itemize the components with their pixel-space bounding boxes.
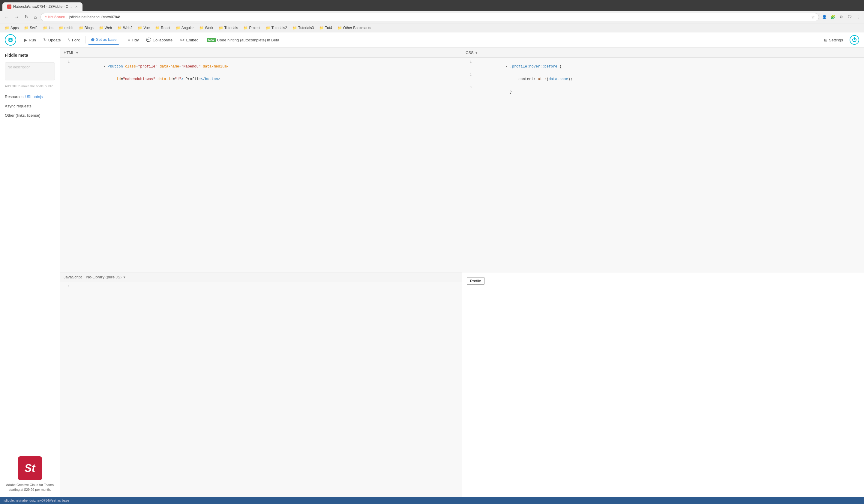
resources-title: Resources URL cdnjs	[5, 95, 55, 99]
embed-button[interactable]: <> Embed	[177, 36, 202, 44]
run-icon: ▶	[24, 37, 27, 42]
html-dropdown-arrow[interactable]: ▼	[75, 51, 79, 55]
beta-description: Code hinting (autocomplete) in Beta	[217, 38, 279, 42]
bookmark-web2[interactable]: 📁 Web2	[115, 25, 135, 31]
embed-icon: <>	[180, 37, 184, 42]
line-number: 1	[62, 60, 70, 73]
toolbar-separator-3	[204, 36, 204, 44]
css-label: CSS	[466, 50, 474, 55]
code-line: 3 }	[462, 85, 864, 98]
ad-logo-text: St	[25, 462, 35, 475]
html-pane: HTML ▼ 1 ▾ <button class="profile" data-…	[60, 48, 462, 272]
bookmark-star[interactable]: ☆	[811, 15, 815, 20]
status-bar: jsfiddle.net/nabendu/znaw0784/#set-as-ba…	[0, 497, 864, 504]
other-item[interactable]: Other (links, license)	[5, 112, 55, 119]
css-dropdown-arrow[interactable]: ▼	[475, 51, 478, 55]
bookmark-tutorials[interactable]: 📁 Tutorials	[216, 25, 241, 31]
sidebar: Fiddle meta No description Add title to …	[0, 48, 60, 497]
code-line: 1 ▾ .profile:hover::before {	[462, 60, 864, 73]
set-as-base-icon: ⬟	[91, 37, 95, 42]
address-separator: |	[67, 15, 68, 19]
settings-button[interactable]: ⊞ Settings	[821, 36, 846, 44]
update-icon: ↻	[43, 37, 47, 42]
collaborate-button[interactable]: 💬 Collaborate	[143, 36, 176, 44]
line-content: ▾ .profile:hover::before {	[475, 60, 862, 73]
bookmark-react[interactable]: 📁 React	[153, 25, 172, 31]
js-dropdown-arrow[interactable]: ▼	[123, 275, 126, 279]
resources-section: Resources URL cdnjs	[5, 95, 55, 100]
update-button[interactable]: ↻ Update	[40, 36, 64, 44]
toolbar-separator-2	[122, 36, 122, 44]
forward-button[interactable]: →	[13, 13, 21, 21]
async-requests-item[interactable]: Async requests	[5, 103, 55, 109]
more-icon[interactable]: ⋮	[854, 13, 862, 21]
css-editor[interactable]: 1 ▾ .profile:hover::before { 2 content: …	[462, 58, 864, 272]
bookmark-web[interactable]: 📁 Web	[97, 25, 114, 31]
html-editor[interactable]: 1 ▾ <button class="profile" data-name="N…	[60, 58, 462, 272]
status-url: jsfiddle.net/nabendu/znaw0784/#set-as-ba…	[3, 499, 69, 502]
tab-bar: 🎻 Nabendu/znaw0784 - JSFiddle - Code Pla…	[0, 0, 864, 11]
code-line: 2 content: attr(data-name);	[462, 73, 864, 85]
bookmark-blogs[interactable]: 📁 Blogs	[76, 25, 96, 31]
main-content: Fiddle meta No description Add title to …	[0, 48, 864, 497]
set-as-base-button[interactable]: ⬟ Set as base	[88, 35, 120, 45]
toolbar: ▶ Run ↻ Update ⑂ Fork ⬟ Set as base ≡ Ti…	[0, 32, 864, 48]
power-button[interactable]: ⏻	[850, 35, 859, 45]
url-link[interactable]: URL	[25, 95, 32, 99]
js-pane: JavaScript + No-Library (pure JS) ▼ 1	[60, 272, 462, 497]
run-button[interactable]: ▶ Run	[21, 36, 39, 44]
bookmark-vue[interactable]: 📁 Vue	[135, 25, 152, 31]
jsfiddle-app: ▶ Run ↻ Update ⑂ Fork ⬟ Set as base ≡ Ti…	[0, 32, 864, 504]
settings-nav-icon[interactable]: ⚙	[838, 13, 845, 21]
collaborate-icon: 💬	[146, 37, 151, 42]
ad-area: St Adobe Creative Cloud for Teams starti…	[5, 456, 55, 492]
new-badge: New	[207, 38, 216, 42]
tab-title: Nabendu/znaw0784 - JSFiddle - Code Playg…	[13, 4, 73, 9]
css-pane-header[interactable]: CSS ▼	[462, 48, 864, 58]
bookmark-reddit[interactable]: 📁 reddit	[56, 25, 76, 31]
tab-close-button[interactable]: ✕	[75, 5, 78, 9]
ad-logo[interactable]: St	[18, 456, 42, 480]
shield-icon[interactable]: 🛡	[846, 13, 853, 21]
bookmark-work[interactable]: 📁 Work	[197, 25, 216, 31]
line-content: }	[475, 85, 862, 98]
profile-button-result[interactable]: Profile	[467, 277, 484, 285]
extensions-icon[interactable]: 🧩	[829, 13, 837, 21]
cdnjs-link[interactable]: cdnjs	[34, 95, 43, 99]
nav-icons: 👤 🧩 ⚙ 🛡 ⋮	[821, 13, 862, 21]
fork-button[interactable]: ⑂ Fork	[65, 36, 83, 44]
js-label: JavaScript + No-Library (pure JS)	[64, 275, 121, 279]
html-label: HTML	[64, 50, 74, 55]
bookmark-angular[interactable]: 📁 Angular	[173, 25, 196, 31]
description-field[interactable]: No description	[5, 62, 55, 80]
line-number: 1	[62, 285, 70, 290]
address-bar[interactable]: ⚠ Not Secure | jsfiddle.net/nabendu/znaw…	[40, 13, 819, 21]
settings-icon: ⊞	[824, 38, 827, 42]
bookmark-tut4[interactable]: 📁 Tut4	[317, 25, 335, 31]
js-editor[interactable]: 1	[60, 282, 462, 497]
bookmark-project[interactable]: 📁 Project	[241, 25, 263, 31]
bookmark-ios[interactable]: 📁 ios	[40, 25, 56, 31]
home-button[interactable]: ⌂	[32, 13, 39, 21]
js-pane-header[interactable]: JavaScript + No-Library (pure JS) ▼	[60, 272, 462, 282]
refresh-button[interactable]: ↻	[23, 13, 30, 21]
bookmark-tutorials2[interactable]: 📁 Tutorials2	[263, 25, 289, 31]
line-number	[62, 73, 70, 85]
editor-area: HTML ▼ 1 ▾ <button class="profile" data-…	[60, 48, 864, 497]
bookmarks-bar: 📁 Apps 📁 Swift 📁 ios 📁 reddit 📁 Blogs 📁 …	[0, 23, 864, 32]
code-line: id="nabendubiswas" data-id="1"> Profile<…	[60, 73, 462, 85]
bookmark-apps[interactable]: 📁 Apps	[2, 25, 21, 31]
bookmark-tutorials3[interactable]: 📁 Tutorials3	[290, 25, 316, 31]
result-content: Profile	[462, 272, 864, 497]
bookmark-other[interactable]: 📁 Other Bookmarks	[335, 25, 373, 31]
line-number: 1	[464, 60, 472, 73]
jsfiddle-logo[interactable]	[5, 34, 16, 46]
back-button[interactable]: ←	[2, 13, 11, 21]
html-pane-header[interactable]: HTML ▼	[60, 48, 462, 58]
browser-tab[interactable]: 🎻 Nabendu/znaw0784 - JSFiddle - Code Pla…	[2, 2, 83, 11]
profile-icon[interactable]: 👤	[821, 13, 828, 21]
line-number: 3	[464, 85, 472, 98]
tidy-button[interactable]: ≡ Tidy	[124, 36, 142, 44]
line-content: ▾ <button class="profile" data-name="Nab…	[73, 60, 459, 73]
bookmark-swift[interactable]: 📁 Swift	[22, 25, 40, 31]
